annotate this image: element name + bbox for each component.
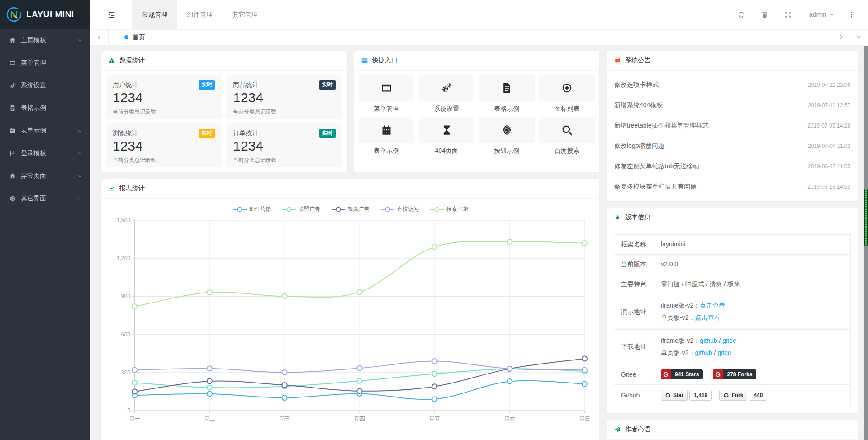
refresh-button[interactable] xyxy=(730,10,753,19)
trash-icon xyxy=(761,11,768,19)
gitee-badges: G941 StarsG278 Forks xyxy=(661,369,844,379)
version-link[interactable]: 点击查看 xyxy=(695,314,720,321)
warning-icon xyxy=(108,57,115,64)
sidebar-item-表格示例[interactable]: 表格示例 xyxy=(0,97,90,119)
quick-entry-label: 表单示例 xyxy=(359,143,414,158)
chevron-down-icon xyxy=(77,128,82,133)
github-star-button[interactable]: Star xyxy=(661,390,688,401)
stat-card-label: 订单统计 xyxy=(233,129,258,137)
more-menu-button[interactable] xyxy=(844,10,859,19)
legend-item-直接访问[interactable]: 直接访问 xyxy=(380,205,419,213)
quick-entry-图标列表[interactable]: 图标列表 xyxy=(539,75,595,116)
quick-entry-表单示例[interactable]: 表单示例 xyxy=(359,117,414,158)
announcement-time: 2019-06-17 11:55 xyxy=(808,163,850,170)
version-link[interactable]: gitee xyxy=(722,337,736,344)
gitee-badge[interactable]: G278 Forks xyxy=(713,369,756,379)
chevron-down-icon xyxy=(77,151,82,156)
scrollbar-thumb[interactable] xyxy=(864,189,868,246)
github-fork-button[interactable]: Fork xyxy=(719,390,747,401)
snowflake-icon xyxy=(9,195,16,202)
quick-entry-系统设置[interactable]: 系统设置 xyxy=(419,75,474,116)
stat-card-label: 商品统计 xyxy=(233,81,258,89)
legend-item-搜索引擎[interactable]: 搜索引擎 xyxy=(430,205,468,213)
quick-entry-grid: 菜单管理系统设置表格示例图标列表表单示例404页面按钮示例百度搜索 xyxy=(354,71,600,163)
main-content: 数据统计 用户统计实时1234当前分类总记录数商品统计实时1234当前分类总记录… xyxy=(90,46,868,440)
open-tabs: 首页 xyxy=(109,30,161,45)
menu-toggle-button[interactable] xyxy=(90,0,132,29)
version-link[interactable]: github xyxy=(700,337,717,344)
trash-button[interactable] xyxy=(753,10,777,19)
announcement-row[interactable]: 新增系统404模板2019-07-11 12:57 xyxy=(607,95,858,115)
snowflake-icon xyxy=(501,124,513,136)
header-nav-tab[interactable]: 组件管理 xyxy=(177,0,223,29)
stat-card-用户统计: 用户统计实时1234当前分类总记录数 xyxy=(106,75,222,119)
quick-entry-tile xyxy=(479,75,535,101)
sidebar-item-表单示例[interactable]: 表单示例 xyxy=(0,119,90,142)
announcement-time: 2019-07-11 23:06 xyxy=(808,82,850,88)
gitee-badge[interactable]: G941 Stars xyxy=(661,369,703,379)
version-link[interactable]: github xyxy=(695,349,712,356)
version-text-segment: 单页版-v2： xyxy=(661,349,695,356)
version-row-value: iframe版-v2：github / gitee单页版-v2：github /… xyxy=(654,329,851,364)
sidebar-item-主页模板[interactable]: 主页模板 xyxy=(0,29,90,52)
tab-scroll-right-button[interactable] xyxy=(832,30,850,45)
open-tab-首页[interactable]: 首页 xyxy=(109,30,161,45)
header-nav-tab[interactable]: 常规管理 xyxy=(132,0,177,29)
announcement-row[interactable]: 修复多模块菜单栏展开有问题2019-06-13 14:53 xyxy=(607,176,858,197)
expand-button[interactable] xyxy=(777,10,800,19)
dot-circle-icon xyxy=(561,82,573,94)
gitee-logo-icon: G xyxy=(713,369,723,379)
quick-entry-按钮示例[interactable]: 按钮示例 xyxy=(479,117,535,158)
author-header: 作者心语 xyxy=(607,420,858,440)
logo[interactable]: LAYUI MINI xyxy=(0,0,90,29)
header-nav-tab[interactable]: 其它管理 xyxy=(223,0,268,29)
quick-entry-表格示例[interactable]: 表格示例 xyxy=(479,75,535,116)
announcement-row[interactable]: 新增treetable插件和菜单管理样式2019-07-05 14:28 xyxy=(607,115,858,136)
window-icon xyxy=(380,82,393,94)
quick-entry-label: 404页面 xyxy=(419,143,474,158)
announcement-time: 2019-07-11 12:57 xyxy=(808,102,850,109)
stat-card-value: 1234 xyxy=(113,90,215,105)
github-count[interactable]: 1,419 xyxy=(689,390,712,401)
announcement-row[interactable]: 修复左侧菜单缩放tab无法移动2019-06-17 11:55 xyxy=(607,156,858,176)
file-icon xyxy=(501,82,513,94)
github-count[interactable]: 440 xyxy=(749,390,767,401)
realtime-badge: 实时 xyxy=(319,129,336,138)
refresh-icon xyxy=(737,11,745,19)
right-column: 系统公告 修改选项卡样式2019-07-11 23:06新增系统404模板201… xyxy=(607,51,858,440)
tab-actions-dropdown-button[interactable] xyxy=(850,30,868,45)
stat-card-top: 商品统计实时 xyxy=(233,80,335,90)
user-menu[interactable]: admin xyxy=(800,11,844,18)
announcement-row[interactable]: 修改选项卡样式2019-07-11 23:06 xyxy=(607,75,858,95)
quick-entry-菜单管理[interactable]: 菜单管理 xyxy=(359,75,414,116)
version-link[interactable]: gitee xyxy=(717,349,731,356)
sidebar-item-系统设置[interactable]: 系统设置 xyxy=(0,74,90,97)
quick-entry-label: 系统设置 xyxy=(419,101,474,116)
legend-item-联盟广告[interactable]: 联盟广告 xyxy=(282,205,320,213)
stats-panel-header: 数据统计 xyxy=(101,51,347,71)
stat-card-caption: 当前分类总记录数 xyxy=(233,108,335,116)
version-link[interactable]: 点击查看 xyxy=(700,302,725,309)
gitee-logo-icon: G xyxy=(661,369,671,379)
sidebar-item-菜单管理[interactable]: 菜单管理 xyxy=(0,52,90,74)
sidebar-item-label: 主页模板 xyxy=(21,36,77,44)
sidebar-item-label: 表格示例 xyxy=(21,104,82,112)
scrollbar-track[interactable] xyxy=(864,46,868,440)
legend-label: 联盟广告 xyxy=(299,205,320,213)
quick-entry-百度搜索[interactable]: 百度搜索 xyxy=(539,117,595,158)
sidebar-item-异常页面[interactable]: 异常页面 xyxy=(0,165,90,187)
search-icon xyxy=(561,124,573,136)
chevron-right-icon xyxy=(838,34,844,40)
legend-item-视频广告[interactable]: 视频广告 xyxy=(331,205,370,213)
legend-item-邮件营销[interactable]: 邮件营销 xyxy=(232,205,271,213)
quick-entry-header: 快捷入口 xyxy=(354,51,600,71)
sidebar-item-其它界面[interactable]: 其它界面 xyxy=(0,187,90,210)
quick-entry-404页面[interactable]: 404页面 xyxy=(419,117,474,158)
tab-scroll-left-button[interactable] xyxy=(90,30,109,45)
version-row-演示地址: 演示地址iframe版-v2：点击查看单页版-v2：点击查看 xyxy=(614,294,851,330)
announcement-text: 修复左侧菜单缩放tab无法移动 xyxy=(614,162,699,170)
expand-icon xyxy=(784,11,792,19)
announcement-row[interactable]: 修改logo缩放问题2019-07-04 11:02 xyxy=(607,136,858,156)
version-row-value: layuimini xyxy=(654,235,851,255)
sidebar-item-登录模板[interactable]: 登录模板 xyxy=(0,142,90,165)
